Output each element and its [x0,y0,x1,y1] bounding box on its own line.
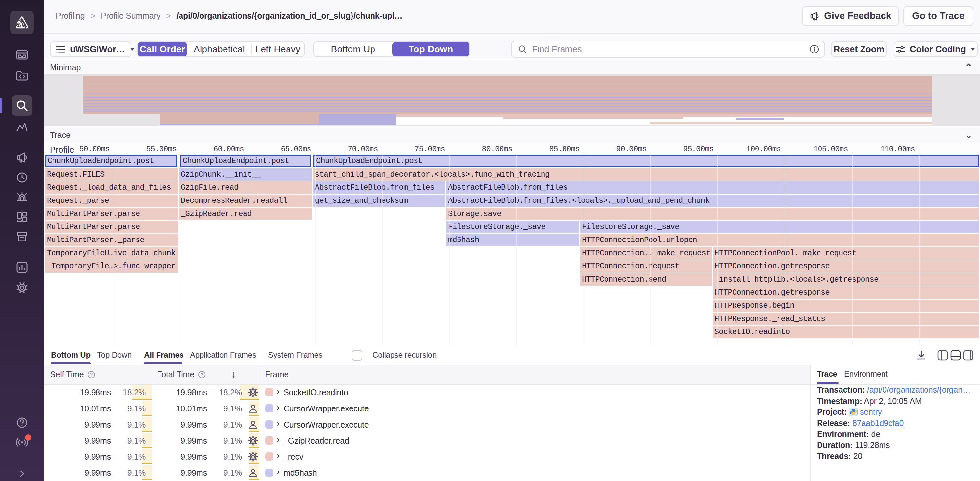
svg-text:?: ? [200,372,203,377]
svg-text:?: ? [90,372,93,377]
